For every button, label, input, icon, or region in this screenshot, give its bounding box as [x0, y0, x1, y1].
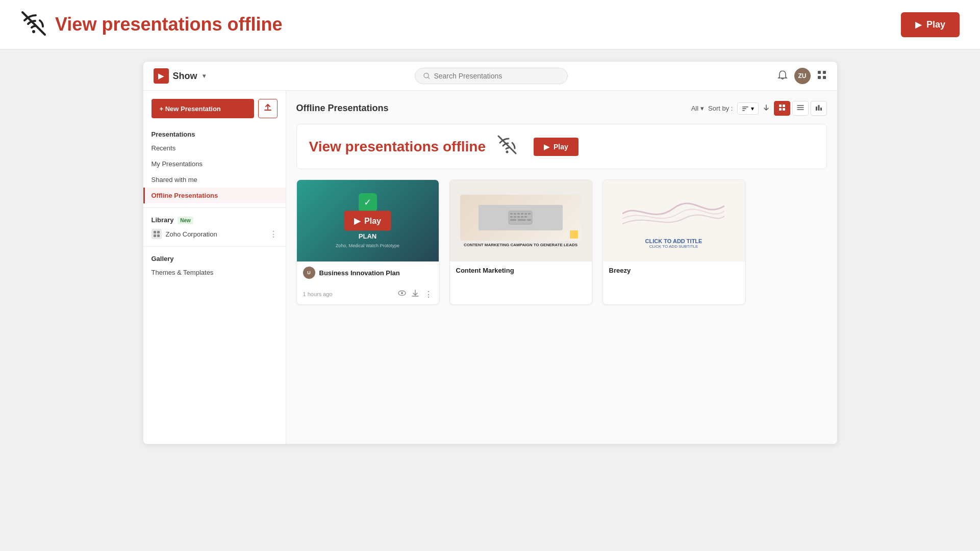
filter-all-dropdown[interactable]: All ▾: [691, 104, 704, 112]
sidebar-label-my-presentations: My Presentations: [152, 160, 203, 168]
svg-rect-42: [518, 219, 526, 221]
mkt-thumb-content: CONTENT MARKETING CAMPAIGN TO GENERATE L…: [450, 180, 592, 261]
upload-button[interactable]: [258, 99, 278, 118]
more-options-icon[interactable]: ⋮: [424, 290, 433, 299]
svg-line-3: [428, 77, 430, 79]
search-input[interactable]: [434, 72, 559, 80]
wifi-off-inline-icon: [497, 135, 517, 159]
play-overlay-biz[interactable]: ▶ Play: [344, 211, 391, 231]
banner-title-highlight: offline: [227, 14, 282, 35]
sidebar-item-shared-with-me[interactable]: Shared with me: [143, 172, 286, 188]
sidebar-label-shared-with-me: Shared with me: [152, 176, 197, 183]
app-logo: ▶ Show ▾: [154, 68, 206, 84]
chart-view-button[interactable]: [811, 101, 827, 116]
sort-select[interactable]: ▾: [737, 102, 759, 115]
sort-down-icon[interactable]: [763, 104, 770, 113]
svg-rect-30: [510, 213, 513, 215]
card-avatar-biz: U: [303, 267, 315, 279]
svg-rect-32: [517, 213, 520, 215]
card-name-mkt: Content Marketing: [456, 267, 514, 274]
breezy-curves: [622, 193, 724, 234]
breezy-subtitle: CLICK TO ADD SUBTITLE: [649, 244, 698, 249]
sort-label: Sort by :: [708, 104, 733, 112]
search-icon: [423, 72, 430, 80]
sidebar-item-themes-templates[interactable]: Themes & Templates: [143, 265, 286, 280]
svg-rect-10: [154, 234, 156, 237]
zoho-icon: [152, 229, 162, 239]
check-badge: ✓: [359, 193, 377, 212]
card-footer-biz: 1 hours ago: [297, 286, 439, 304]
svg-rect-18: [783, 108, 785, 111]
view-icon[interactable]: [398, 289, 406, 299]
search-bar[interactable]: [415, 68, 568, 84]
sidebar-section-presentations: Presentations: [143, 126, 286, 140]
presentation-card-biz: ✓ BUSINESSINNOVATIONPLAN Zoho, Medical W…: [296, 179, 439, 305]
logo-text: Show: [173, 71, 197, 82]
svg-rect-4: [818, 71, 821, 74]
card-thumb-mkt: CONTENT MARKETING CAMPAIGN TO GENERATE L…: [450, 180, 592, 261]
sidebar-label-themes-templates: Themes & Templates: [152, 269, 214, 276]
card-info-breezy: Breezy: [603, 261, 745, 281]
card-user-row-mkt: Content Marketing: [456, 267, 586, 274]
mkt-pencil: [570, 230, 578, 239]
sidebar-section-gallery: Gallery: [143, 251, 286, 265]
card-info-biz: U Business Innovation Plan: [297, 261, 439, 286]
banner-title: View presentations offline: [55, 14, 282, 35]
card-thumb-biz: ✓ BUSINESSINNOVATIONPLAN Zoho, Medical W…: [297, 180, 439, 261]
sidebar-divider-2: [143, 246, 286, 247]
logo-icon: ▶: [154, 68, 169, 84]
svg-rect-9: [157, 231, 160, 233]
card-time-biz: 1 hours ago: [303, 291, 333, 297]
sidebar-item-recents[interactable]: Recents: [143, 140, 286, 156]
new-presentation-button[interactable]: + New Presentation: [152, 99, 254, 118]
more-icon[interactable]: ⋮: [269, 229, 278, 239]
app-container: ▶ Show ▾ ZU: [143, 62, 837, 444]
avatar[interactable]: ZU: [794, 68, 811, 84]
sidebar-item-zoho-corp[interactable]: Zoho Corporation ⋮: [143, 226, 286, 242]
download-icon[interactable]: [411, 289, 419, 299]
wifi-off-icon: [20, 10, 47, 39]
mkt-text: CONTENT MARKETING CAMPAIGN TO GENERATE L…: [464, 243, 577, 247]
play-button-banner[interactable]: Play: [901, 12, 960, 37]
list-view-button[interactable]: [792, 101, 809, 116]
offline-banner-inline: View presentations offline Play: [296, 124, 827, 169]
main-content: Offline Presentations All ▾ Sort by : ▾: [286, 91, 837, 444]
card-user-row-breezy: Breezy: [609, 267, 739, 274]
sort-chevron-icon: ▾: [751, 105, 754, 112]
svg-rect-34: [524, 213, 527, 215]
card-name-biz: Business Innovation Plan: [319, 269, 400, 277]
play-button-inline[interactable]: Play: [534, 138, 579, 156]
grid-view-button[interactable]: [774, 101, 790, 116]
svg-rect-24: [820, 108, 822, 111]
svg-point-28: [401, 292, 403, 294]
svg-rect-16: [783, 104, 785, 107]
svg-rect-23: [818, 105, 819, 111]
banner-left: View presentations offline: [20, 10, 282, 39]
svg-rect-39: [521, 216, 523, 218]
biz-subtitle: Zoho, Medical Watch Prototype: [336, 243, 399, 248]
keyboard-sim: [479, 205, 563, 230]
card-info-mkt: Content Marketing: [450, 261, 592, 281]
breezy-visual: [613, 193, 734, 234]
sidebar-label-recents: Recents: [152, 144, 176, 152]
app-body: + New Presentation Presentations Recents…: [143, 91, 837, 444]
content-header: Offline Presentations All ▾ Sort by : ▾: [296, 101, 827, 116]
sidebar-label-offline-presentations: Offline Presentations: [152, 192, 218, 199]
zoho-corp-label: Zoho Corporation: [166, 230, 217, 238]
banner-title-text: View presentations: [55, 14, 222, 35]
svg-rect-38: [517, 216, 520, 218]
svg-rect-7: [823, 76, 826, 79]
svg-rect-31: [514, 213, 516, 215]
chevron-down-icon[interactable]: ▾: [203, 72, 206, 80]
sidebar-item-offline-presentations[interactable]: Offline Presentations: [143, 188, 286, 203]
card-actions-biz: ⋮: [398, 289, 433, 299]
avatar-circle: ZU: [794, 68, 811, 84]
bell-icon[interactable]: [777, 69, 788, 83]
top-banner: View presentations offline Play: [0, 0, 980, 49]
svg-rect-36: [510, 216, 513, 218]
svg-rect-17: [779, 108, 782, 111]
filter-chevron-icon: ▾: [700, 104, 704, 112]
card-name-breezy: Breezy: [609, 267, 631, 274]
grid-icon[interactable]: [817, 70, 827, 82]
sidebar-item-my-presentations[interactable]: My Presentations: [143, 156, 286, 172]
